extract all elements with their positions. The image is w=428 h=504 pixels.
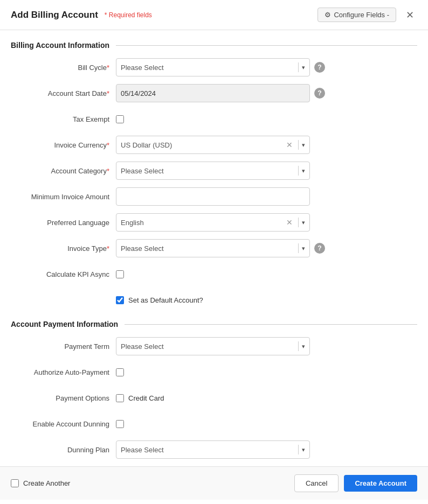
invoice-type-chevron-icon: ▾ xyxy=(302,245,305,252)
calc-kpi-label: Calculate KPI Async xyxy=(11,270,116,278)
close-button[interactable]: ✕ xyxy=(403,8,417,22)
account-category-row: Account Category* Please Select ▾ xyxy=(11,162,417,180)
min-invoice-input[interactable] xyxy=(116,187,310,206)
preferred-language-select[interactable]: English ✕ ▾ xyxy=(116,213,310,232)
account-start-date-input[interactable] xyxy=(116,84,310,102)
bill-cycle-help-icon[interactable]: ? xyxy=(314,62,325,73)
bill-cycle-select[interactable]: Please Select ▾ xyxy=(116,58,310,76)
dunning-plan-row: Dunning Plan Please Select ▾ xyxy=(11,440,417,459)
authorize-autopay-control xyxy=(116,368,310,376)
calc-kpi-row: Calculate KPI Async xyxy=(11,265,417,283)
account-category-label: Account Category* xyxy=(11,167,116,175)
invoice-currency-control: US Dollar (USD) ✕ ▾ xyxy=(116,136,310,154)
create-account-button[interactable]: Create Account xyxy=(344,475,417,492)
authorize-autopay-checkbox[interactable] xyxy=(116,368,124,376)
bill-cycle-chevron-icon: ▾ xyxy=(302,64,305,71)
invoice-currency-row: Invoice Currency* US Dollar (USD) ✕ ▾ xyxy=(11,136,417,154)
payment-term-row: Payment Term Please Select ▾ xyxy=(11,337,417,355)
payment-term-chevron-icon: ▾ xyxy=(302,343,305,350)
dunning-plan-value: Please Select xyxy=(121,446,295,454)
tax-exempt-control xyxy=(116,115,310,123)
payment-section-header: Account Payment Information xyxy=(11,320,417,328)
set-default-control: Set as Default Account? xyxy=(116,296,310,304)
dunning-plan-select[interactable]: Please Select ▾ xyxy=(116,440,310,459)
modal-body: Billing Account Information Bill Cycle* … xyxy=(0,30,428,466)
bill-cycle-label: Bill Cycle* xyxy=(11,64,116,72)
gear-icon: ⚙ xyxy=(325,11,331,19)
tax-exempt-checkbox[interactable] xyxy=(116,115,124,123)
invoice-type-label: Invoice Type* xyxy=(11,244,116,253)
enable-dunning-checkbox[interactable] xyxy=(116,420,124,428)
bill-cycle-row: Bill Cycle* Please Select ▾ ? xyxy=(11,58,417,76)
min-invoice-label: Minimum Invoice Amount xyxy=(11,193,116,201)
account-start-date-label: Account Start Date* xyxy=(11,89,116,97)
account-category-select[interactable]: Please Select ▾ xyxy=(116,162,310,180)
payment-term-control: Please Select ▾ xyxy=(116,337,310,355)
min-invoice-row: Minimum Invoice Amount xyxy=(11,187,417,206)
account-category-control: Please Select ▾ xyxy=(116,162,310,180)
configure-fields-label: Configure Fields - xyxy=(334,11,389,19)
tax-exempt-checkbox-wrapper xyxy=(116,115,310,123)
dunning-plan-label: Dunning Plan xyxy=(11,446,116,454)
invoice-type-control: Please Select ▾ xyxy=(116,239,310,257)
account-start-date-help-icon[interactable]: ? xyxy=(314,88,325,99)
authorize-autopay-row: Authorize Auto-Payment xyxy=(11,363,417,381)
billing-section-header: Billing Account Information xyxy=(11,41,417,50)
enable-dunning-label: Enable Account Dunning xyxy=(11,420,116,428)
invoice-currency-select[interactable]: US Dollar (USD) ✕ ▾ xyxy=(116,136,310,154)
invoice-type-row: Invoice Type* Please Select ▾ ? xyxy=(11,239,417,257)
payment-term-select[interactable]: Please Select ▾ xyxy=(116,337,310,355)
account-start-date-control xyxy=(116,84,310,102)
payment-section-divider xyxy=(125,324,417,325)
set-default-row: Set as Default Account? xyxy=(11,291,417,309)
create-another-label: Create Another xyxy=(23,479,70,487)
enable-dunning-checkbox-wrapper xyxy=(116,420,310,428)
tax-exempt-label: Tax Exempt xyxy=(11,115,116,123)
payment-term-value: Please Select xyxy=(121,342,295,351)
cancel-button[interactable]: Cancel xyxy=(294,474,339,492)
set-default-checkbox-wrapper: Set as Default Account? xyxy=(116,296,310,304)
modal-title: Add Billing Account xyxy=(11,10,98,20)
credit-card-label: Credit Card xyxy=(128,394,164,402)
modal-footer: Create Another Cancel Create Account xyxy=(0,466,428,500)
billing-section-title: Billing Account Information xyxy=(11,41,109,50)
set-default-label: Set as Default Account? xyxy=(128,296,203,304)
account-category-value: Please Select xyxy=(121,167,295,175)
required-note: * Required fields xyxy=(105,11,152,19)
invoice-type-help-icon[interactable]: ? xyxy=(314,243,325,254)
invoice-currency-chevron-icon: ▾ xyxy=(302,142,305,149)
account-start-date-row: Account Start Date* ? xyxy=(11,84,417,102)
calc-kpi-checkbox[interactable] xyxy=(116,270,124,278)
billing-section-divider xyxy=(116,45,417,46)
preferred-language-label: Preferred Language xyxy=(11,219,116,227)
preferred-language-chevron-icon: ▾ xyxy=(302,219,305,226)
dunning-plan-chevron-icon: ▾ xyxy=(302,446,305,453)
account-category-chevron-icon: ▾ xyxy=(302,167,305,174)
min-invoice-control xyxy=(116,187,310,206)
payment-options-label: Payment Options xyxy=(11,394,116,402)
calc-kpi-control xyxy=(116,270,310,278)
payment-options-checkbox-wrapper: Credit Card xyxy=(116,394,310,402)
dunning-plan-control: Please Select ▾ xyxy=(116,440,310,459)
bill-cycle-control: Please Select ▾ xyxy=(116,58,310,76)
invoice-type-select[interactable]: Please Select ▾ xyxy=(116,239,310,257)
enable-dunning-control xyxy=(116,420,310,428)
modal-header: Add Billing Account * Required fields ⚙ … xyxy=(0,0,428,30)
preferred-language-value: English xyxy=(121,219,286,227)
payment-section-title: Account Payment Information xyxy=(11,320,118,328)
invoice-currency-clear-icon[interactable]: ✕ xyxy=(286,141,293,149)
credit-card-checkbox[interactable] xyxy=(116,394,124,402)
authorize-autopay-label: Authorize Auto-Payment xyxy=(11,368,116,376)
authorize-autopay-checkbox-wrapper xyxy=(116,368,310,376)
payment-options-row: Payment Options Credit Card xyxy=(11,389,417,407)
payment-term-label: Payment Term xyxy=(11,342,116,351)
invoice-type-value: Please Select xyxy=(121,244,295,253)
preferred-language-control: English ✕ ▾ xyxy=(116,213,310,232)
set-default-checkbox[interactable] xyxy=(116,296,124,304)
preferred-language-clear-icon[interactable]: ✕ xyxy=(286,218,293,227)
invoice-currency-label: Invoice Currency* xyxy=(11,141,116,149)
bill-cycle-value: Please Select xyxy=(121,64,295,72)
configure-fields-button[interactable]: ⚙ Configure Fields - xyxy=(317,8,396,22)
create-another-checkbox[interactable] xyxy=(11,479,19,487)
tax-exempt-row: Tax Exempt xyxy=(11,110,417,128)
